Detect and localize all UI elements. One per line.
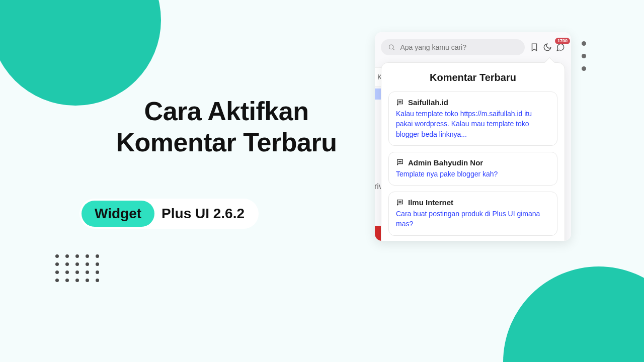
dropdown-title: Komentar Terbaru — [388, 72, 557, 83]
version-pill: Widget Plus UI 2.6.2 — [79, 199, 259, 229]
decorative-vertical-dots — [582, 41, 586, 71]
svg-point-9 — [399, 202, 400, 202]
comments-dropdown: Komentar Terbaru Saifullah.id Kalau temp… — [381, 62, 565, 241]
comment-icon — [396, 158, 404, 166]
search-icon — [388, 43, 395, 51]
widget-preview: Ke priva 1700 Koment — [375, 32, 571, 241]
svg-point-0 — [389, 45, 393, 49]
svg-line-1 — [393, 49, 394, 50]
comment-author: Saifullah.id — [408, 98, 448, 107]
main-heading: Cara Aktifkan Komentar Terbaru — [96, 96, 357, 158]
comment-body: Kalau template toko https://m.saifullah.… — [396, 109, 550, 139]
search-field-wrap[interactable] — [381, 39, 525, 55]
decorative-dot-grid — [55, 254, 106, 287]
svg-point-3 — [399, 102, 400, 102]
comment-item[interactable]: Saifullah.id Kalau template toko https:/… — [388, 92, 557, 146]
svg-point-2 — [398, 102, 399, 102]
svg-point-10 — [400, 202, 401, 202]
comment-author: Admin Bahyudin Nor — [408, 158, 483, 167]
svg-point-5 — [398, 161, 399, 162]
comment-body: Cara buat postingan produk di Plus UI gi… — [396, 209, 550, 229]
svg-point-6 — [399, 161, 400, 162]
comment-author: Ilmu Internet — [408, 198, 453, 207]
chat-icon[interactable]: 1700 — [556, 43, 565, 52]
moon-icon[interactable] — [543, 43, 552, 52]
svg-point-4 — [400, 102, 401, 102]
heading-line-1: Cara Aktifkan — [144, 97, 309, 126]
comment-count-badge: 1700 — [555, 38, 570, 44]
decorative-circle-bottom — [503, 266, 644, 362]
search-bar: 1700 — [381, 39, 565, 55]
comment-icon — [396, 99, 404, 107]
comment-item[interactable]: Admin Bahyudin Nor Template nya pake blo… — [388, 152, 557, 186]
svg-point-7 — [400, 161, 401, 162]
comment-item[interactable]: Ilmu Internet Cara buat postingan produk… — [388, 192, 557, 236]
comment-body: Template nya pake blogger kah? — [396, 169, 550, 179]
bookmark-icon[interactable] — [530, 43, 539, 52]
svg-point-8 — [398, 202, 399, 202]
version-text: Plus UI 2.6.2 — [154, 206, 257, 222]
heading-line-2: Komentar Terbaru — [116, 128, 337, 157]
comment-icon — [396, 199, 404, 207]
decorative-circle-top — [0, 0, 161, 106]
widget-badge: Widget — [82, 201, 154, 227]
search-input[interactable] — [400, 43, 518, 51]
